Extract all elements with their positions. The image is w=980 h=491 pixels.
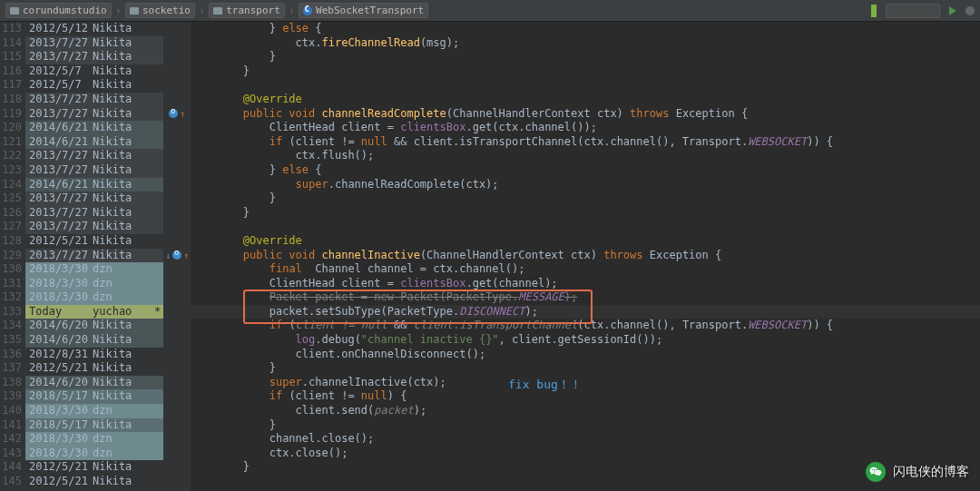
blame-annotation[interactable]: 2018/5/17Nikita xyxy=(25,418,163,433)
blame-annotation[interactable]: 2012/5/21Nikita xyxy=(25,460,163,475)
blame-author: Nikita xyxy=(91,319,154,333)
blame-annotation[interactable]: 2018/3/30dzn xyxy=(25,404,163,418)
blame-annotation[interactable]: 2012/5/21Nikita xyxy=(25,361,163,376)
line-number: 141 xyxy=(0,418,22,433)
breadcrumb-item[interactable]: transport xyxy=(209,3,285,18)
blame-annotation[interactable]: 2013/7/27Nikita xyxy=(25,206,163,221)
run-config-dropdown[interactable] xyxy=(886,4,940,18)
code-line[interactable]: } xyxy=(191,418,980,433)
code-line[interactable]: final Channel channel = ctx.channel(); xyxy=(191,262,980,277)
code-line[interactable]: if (client != null && client.isTransport… xyxy=(191,135,980,150)
code-line[interactable]: } xyxy=(191,361,980,376)
code-line[interactable]: ctx.flush(); xyxy=(191,149,980,163)
code-line[interactable]: channel.close(); xyxy=(191,432,980,447)
blame-annotation[interactable]: 2018/3/30dzn xyxy=(25,432,163,447)
blame-annotation[interactable]: 2013/7/27Nikita xyxy=(25,149,163,163)
blame-annotation[interactable]: 2014/6/21Nikita xyxy=(25,121,163,135)
code-line[interactable] xyxy=(191,78,980,93)
debug-icon[interactable] xyxy=(965,6,975,15)
code-token: packet xyxy=(374,404,413,417)
gutter-icon-row xyxy=(163,432,191,447)
code-token xyxy=(191,376,270,388)
code-line[interactable]: ctx.fireChannelRead(msg); xyxy=(191,36,980,51)
blame-annotation[interactable]: 2012/5/21Nikita xyxy=(25,475,163,489)
override-icon[interactable] xyxy=(172,250,181,260)
code-line[interactable]: @Override xyxy=(191,234,980,249)
fix-bug-annotation: fix bug！！ xyxy=(508,377,582,393)
run-icon[interactable] xyxy=(949,6,956,15)
line-number: 135 xyxy=(0,333,22,348)
blame-annotation[interactable]: 2012/5/7Nikita xyxy=(25,78,163,93)
code-line[interactable]: super.channelReadComplete(ctx); xyxy=(191,178,980,192)
code-line[interactable]: Packet packet = new Packet(PacketType.ME… xyxy=(191,290,980,305)
blame-annotation[interactable]: 2013/7/27Nikita xyxy=(25,191,163,206)
blame-author: dzn xyxy=(91,447,154,461)
blame-annotation[interactable]: 2013/7/27Nikita xyxy=(25,163,163,178)
code-token: } xyxy=(191,206,250,219)
blame-annotation[interactable]: 2013/7/27Nikita xyxy=(25,50,163,64)
code-token: { xyxy=(309,163,321,176)
blame-annotation[interactable]: 2012/5/21Nikita xyxy=(25,234,163,249)
code-token: ClientHead client = xyxy=(191,277,400,290)
code-line[interactable]: client.onChannelDisconnect(); xyxy=(191,348,980,362)
blame-modified-icon xyxy=(154,149,163,163)
code-line[interactable]: } xyxy=(191,191,980,206)
code-line[interactable]: } xyxy=(191,206,980,221)
code-line[interactable]: } xyxy=(191,460,980,475)
code-line[interactable] xyxy=(191,475,980,489)
code-line[interactable] xyxy=(191,220,980,234)
code-line[interactable]: ClientHead client = clientsBox.get(chann… xyxy=(191,277,980,291)
blame-annotation[interactable]: 2012/8/31Nikita xyxy=(25,348,163,362)
blame-annotation[interactable]: 2014/6/20Nikita xyxy=(25,333,163,348)
code-line[interactable]: ClientHead client = clientsBox.get(ctx.c… xyxy=(191,121,980,135)
code-token: .get(ctx.channel()); xyxy=(466,121,597,133)
blame-annotation[interactable]: 2013/7/27Nikita xyxy=(25,220,163,234)
code-line[interactable]: if (client != null && client.isTransport… xyxy=(191,319,980,333)
blame-author: Nikita xyxy=(91,50,154,64)
breadcrumb-item[interactable]: WebSocketTransport xyxy=(299,3,428,18)
blame-date: 2013/7/27 xyxy=(25,220,91,234)
blame-author: Nikita xyxy=(91,361,154,376)
blame-annotation[interactable]: 2014/6/20Nikita xyxy=(25,319,163,333)
code-line[interactable]: } else { xyxy=(191,163,980,178)
blame-annotation[interactable]: 2018/3/30dzn xyxy=(25,447,163,461)
blame-annotation[interactable]: 2014/6/21Nikita xyxy=(25,135,163,150)
code-line[interactable]: @Override xyxy=(191,93,980,107)
code-line[interactable]: } xyxy=(191,64,980,79)
blame-annotation[interactable]: 2013/7/27Nikita xyxy=(25,93,163,107)
code-line[interactable]: public void channelInactive(ChannelHandl… xyxy=(191,249,980,263)
blame-annotation[interactable]: 2018/3/30dzn xyxy=(25,290,163,305)
blame-annotation[interactable]: 2013/7/27Nikita xyxy=(25,107,163,122)
blame-annotation[interactable]: 2014/6/20Nikita xyxy=(25,376,163,390)
blame-annotation[interactable]: 2013/7/27Nikita xyxy=(25,36,163,51)
implements-icon[interactable] xyxy=(169,109,178,118)
breadcrumb-item[interactable]: corundumstudio xyxy=(5,3,112,18)
code-line[interactable]: } xyxy=(191,50,980,64)
code-line[interactable]: public void channelReadComplete(ChannelH… xyxy=(191,107,980,122)
code-line[interactable]: if (client != null) { xyxy=(191,389,980,404)
blame-annotation[interactable]: 2018/3/30dzn xyxy=(25,262,163,277)
code-token: super xyxy=(270,376,302,388)
blame-annotation[interactable]: 2018/3/30dzn xyxy=(25,277,163,291)
code-line[interactable]: client.send(packet); xyxy=(191,404,980,418)
blame-annotation[interactable]: 2012/5/12Nikita xyxy=(25,22,163,36)
blame-annotation[interactable]: 2014/6/21Nikita xyxy=(25,178,163,192)
code-line[interactable]: log.debug("channel inactive {}", client.… xyxy=(191,333,980,348)
code-line[interactable]: } else { xyxy=(191,22,980,36)
code-line[interactable]: super.channelInactive(ctx); xyxy=(191,376,980,390)
gutter-icon-row xyxy=(163,206,191,221)
blame-annotation[interactable]: 2018/5/17Nikita xyxy=(25,389,163,404)
blame-modified-icon xyxy=(154,277,163,291)
blame-annotation[interactable]: 2013/7/27Nikita xyxy=(25,249,163,263)
code-token: channel.close(); xyxy=(191,432,374,445)
code-line[interactable]: packet.setSubType(PacketType.DISCONNECT)… xyxy=(191,305,980,319)
blame-annotation[interactable]: Todayyuchao* xyxy=(25,305,163,319)
code-area[interactable]: fix bug！！ 闪电侠的博客 } else { ctx.fireChanne… xyxy=(191,22,980,491)
code-token xyxy=(191,389,270,402)
line-number: 113 xyxy=(0,22,22,36)
blame-annotation[interactable]: 2012/5/7Nikita xyxy=(25,64,163,79)
code-line[interactable]: ctx.close(); xyxy=(191,447,980,461)
breadcrumb-item[interactable]: socketio xyxy=(125,3,195,18)
blame-author: Nikita xyxy=(91,460,154,475)
blame-author: Nikita xyxy=(91,234,154,249)
